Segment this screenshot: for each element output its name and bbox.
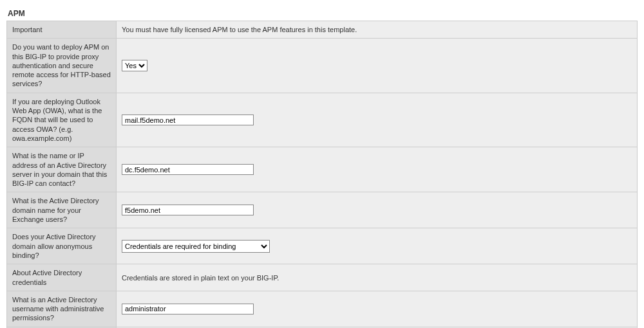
label-important: Important — [7, 21, 117, 39]
apm-form-table: Important You must have fully licensed A… — [6, 21, 638, 328]
row-anon-binding: Does your Active Directory domain allow … — [7, 228, 638, 264]
value-ad-user — [117, 291, 638, 327]
value-anon-binding: Credentials are required for binding — [117, 228, 638, 264]
about-creds-text: Credentials are stored in plain text on … — [122, 274, 279, 282]
label-ad-domain: What is the Active Directory domain name… — [7, 192, 117, 228]
important-text: You must have fully licensed APM to use … — [122, 26, 357, 33]
value-about-creds: Credentials are stored in plain text on … — [117, 264, 638, 291]
owa-fqdn-input[interactable] — [122, 114, 254, 125]
row-ad-server: What is the name or IP address of an Act… — [7, 147, 638, 192]
label-ad-user: What is an Active Directory username wit… — [7, 291, 117, 327]
ad-user-input[interactable] — [122, 304, 254, 314]
row-about-creds: About Active Directory credentials Crede… — [7, 264, 638, 291]
row-ad-user: What is an Active Directory username wit… — [7, 291, 638, 327]
value-owa-fqdn — [117, 93, 638, 147]
label-about-creds: About Active Directory credentials — [7, 264, 117, 291]
deploy-apm-select[interactable]: Yes — [122, 60, 147, 71]
row-owa-fqdn: If you are deploying Outlook Web App (OW… — [7, 93, 638, 147]
anon-binding-select[interactable]: Credentials are required for binding — [122, 240, 270, 253]
ad-domain-input[interactable] — [122, 205, 254, 215]
row-important: Important You must have fully licensed A… — [7, 21, 638, 39]
section-title: APM — [6, 6, 638, 21]
label-anon-binding: Does your Active Directory domain allow … — [7, 228, 117, 264]
value-important: You must have fully licensed APM to use … — [117, 21, 638, 39]
value-deploy-apm: Yes — [117, 39, 638, 93]
value-ad-domain — [117, 192, 638, 228]
label-deploy-apm: Do you want to deploy APM on this BIG-IP… — [7, 39, 117, 93]
row-ad-domain: What is the Active Directory domain name… — [7, 192, 638, 228]
label-owa-fqdn: If you are deploying Outlook Web App (OW… — [7, 93, 117, 147]
value-ad-server — [117, 147, 638, 192]
label-ad-server: What is the name or IP address of an Act… — [7, 147, 117, 192]
ad-server-input[interactable] — [122, 164, 254, 175]
row-deploy-apm: Do you want to deploy APM on this BIG-IP… — [7, 39, 638, 93]
